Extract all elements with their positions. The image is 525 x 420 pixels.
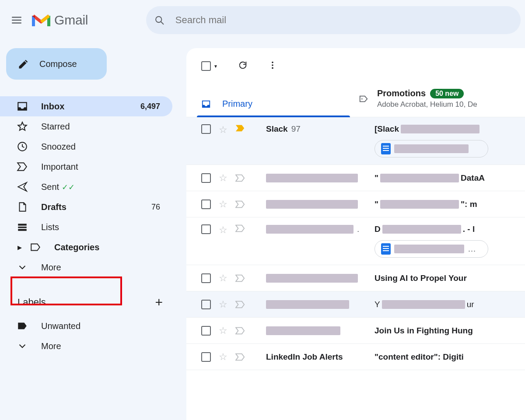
important-filled-icon [235,124,245,132]
refresh-icon [238,60,248,70]
row-checkbox[interactable] [201,200,211,209]
inbox-tab-icon [201,99,211,109]
nav-label: Snoozed [41,142,160,152]
mail-row[interactable]: ☆ Slack 97 [Slack [186,117,525,165]
sidebar: Compose Inbox 6,497 Starred Snoozed Impo… [0,48,175,356]
nav-list: Inbox 6,497 Starred Snoozed Important Se… [6,96,172,277]
nav-label: More [41,262,160,273]
redacted [266,326,340,335]
important-toggle[interactable] [235,174,245,182]
labels-list: Unwanted More [6,316,172,356]
important-toggle[interactable] [235,353,245,361]
mail-row[interactable]: ☆ Join Us in Fighting Hung [186,318,525,344]
mail-row[interactable]: ☆ "DataA [186,165,525,191]
important-toggle[interactable] [235,224,245,232]
more-button[interactable] [268,60,277,72]
nav-count: 76 [151,203,160,212]
important-toggle[interactable] [235,301,245,308]
row-checkbox[interactable] [201,273,211,283]
tab-primary[interactable]: Primary [197,93,354,117]
star-toggle[interactable]: ☆ [219,124,228,136]
svg-point-8 [272,64,273,66]
nav-label: More [41,341,160,351]
sidebar-item-starred[interactable]: Starred [0,116,172,136]
sidebar-item-drafts[interactable]: Drafts 76 [0,197,172,217]
svg-point-7 [272,62,273,63]
star-toggle[interactable]: ☆ [219,199,228,210]
important-toggle[interactable] [235,327,245,335]
star-toggle[interactable]: ☆ [219,299,228,310]
star-toggle[interactable]: ☆ [219,224,228,236]
star-toggle[interactable]: ☆ [219,273,228,284]
row-checkbox[interactable] [201,352,211,362]
important-outline-icon [235,224,245,232]
gmail-logo[interactable]: Gmail [31,13,88,28]
inbox-icon [17,101,28,112]
important-toggle[interactable] [235,274,245,282]
important-outline-icon [235,353,245,361]
important-toggle[interactable] [235,124,245,132]
double-check-icon: ✓✓ [62,183,75,192]
redacted [401,125,480,133]
nav-label: Unwanted [41,321,160,331]
redacted [382,300,465,309]
important-toggle[interactable] [235,200,245,208]
sidebar-item-categories[interactable]: ▸ Categories [0,237,172,257]
refresh-button[interactable] [238,60,248,72]
label-item-unwanted[interactable]: Unwanted [0,316,172,336]
thread-count: 97 [291,124,301,134]
select-all[interactable]: ▼ [201,61,218,71]
attachment-chip[interactable] [374,140,488,158]
compose-label: Compose [39,59,77,69]
sidebar-item-lists[interactable]: Lists [0,217,172,237]
tab-label: Primary [222,99,252,109]
sidebar-item-sent[interactable]: Sent✓✓ [0,177,172,197]
main-menu-button[interactable] [6,10,27,31]
sidebar-item-snoozed[interactable]: Snoozed [0,136,172,157]
checkbox-icon [201,61,211,71]
sidebar-item-important[interactable]: Important [0,157,172,177]
mail-row[interactable]: ☆ LinkedIn Job Alerts "content editor": … [186,344,525,370]
mail-row[interactable]: ☆ Using AI to Propel Your [186,265,525,291]
hamburger-icon [11,14,22,26]
subject: "DataA [374,173,485,183]
search-bar[interactable] [146,6,521,34]
add-label-button[interactable]: + [155,295,163,310]
mail-row[interactable]: ☆ Yur [186,291,525,318]
star-toggle[interactable]: ☆ [219,325,228,336]
redacted [382,225,461,234]
attachment-chip[interactable]: … [374,240,488,258]
redacted [380,174,459,182]
kebab-icon [268,60,277,70]
important-outline-icon [235,327,245,335]
search-input[interactable] [175,14,513,26]
important-outline-icon [235,274,245,282]
row-checkbox[interactable] [201,224,211,234]
subject: [Slack [374,124,525,134]
row-checkbox[interactable] [201,300,211,309]
row-checkbox[interactable] [201,326,211,336]
row-checkbox[interactable] [201,173,211,183]
mail-row[interactable]: ☆ "": m [186,191,525,217]
lists-icon [17,221,28,233]
subject: Using AI to Propel Your [374,273,467,283]
sidebar-item-more[interactable]: More [0,257,172,277]
tab-promotions[interactable]: Promotions 50 new Adobe Acrobat, Helium … [354,82,482,117]
mail-rows: ☆ Slack 97 [Slack ☆ [186,117,525,370]
sidebar-item-inbox[interactable]: Inbox 6,497 [0,96,172,116]
row-checkbox[interactable] [201,124,211,134]
compose-button[interactable]: Compose [6,48,107,80]
label-item-more[interactable]: More [0,336,172,356]
nav-label: Starred [41,122,160,132]
redacted [266,274,358,283]
toolbar: ▼ [186,48,525,82]
svg-point-11 [361,98,363,99]
app-header: Gmail [0,0,525,40]
star-toggle[interactable]: ☆ [219,172,228,184]
mail-panel: ▼ Primary Promotions 50 new Adobe Acroba… [186,48,525,420]
mail-row[interactable]: ☆ . D. - l … [186,217,525,265]
subject: Yur [374,300,474,309]
star-toggle[interactable]: ☆ [219,351,228,363]
labels-header: Labels + [6,295,175,310]
tag-icon [17,320,28,332]
